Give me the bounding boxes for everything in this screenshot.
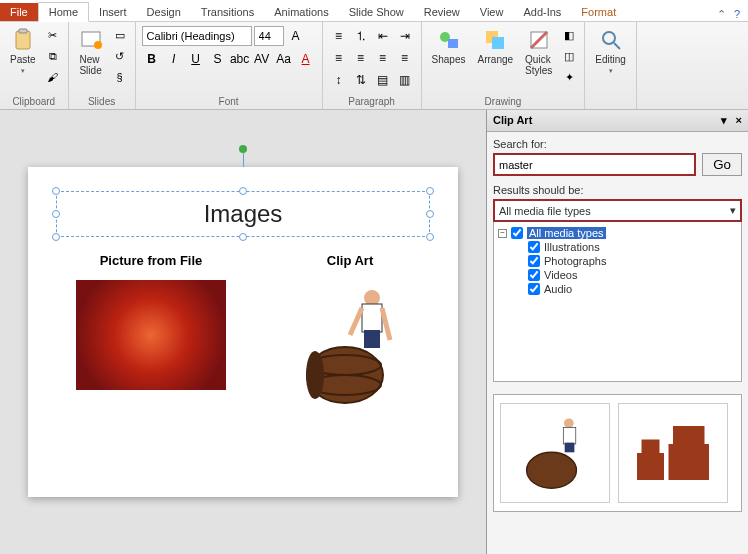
spacing-button[interactable]: AV bbox=[252, 49, 272, 69]
tree-checkbox[interactable] bbox=[528, 255, 540, 267]
italic-button[interactable]: I bbox=[164, 49, 184, 69]
title-placeholder[interactable]: Images bbox=[56, 191, 430, 237]
tree-item-illustrations[interactable]: Illustrations bbox=[528, 240, 737, 254]
clipart-pane: Clip Art ▾ × Search for: Go Results shou… bbox=[486, 110, 748, 554]
font-size-select[interactable] bbox=[254, 26, 284, 46]
tab-design[interactable]: Design bbox=[137, 3, 191, 21]
result-thumb-furniture[interactable] bbox=[618, 403, 728, 503]
editing-button[interactable]: Editing ▾ bbox=[591, 26, 630, 77]
tab-animations[interactable]: Animations bbox=[264, 3, 338, 21]
quick-styles-button[interactable]: Quick Styles bbox=[521, 26, 556, 78]
numbering-button[interactable]: ⒈ bbox=[351, 26, 371, 46]
svg-line-10 bbox=[614, 43, 620, 49]
section-button[interactable]: § bbox=[111, 68, 129, 86]
underline-button[interactable]: U bbox=[186, 49, 206, 69]
col2-heading: Clip Art bbox=[290, 253, 410, 268]
shape-effects-button[interactable]: ✦ bbox=[560, 68, 578, 86]
align-right-button[interactable]: ≡ bbox=[373, 48, 393, 68]
line-spacing-button[interactable]: ↕ bbox=[329, 70, 349, 90]
tab-addins[interactable]: Add-Ins bbox=[513, 3, 571, 21]
barrel-man-clipart[interactable] bbox=[290, 280, 410, 410]
text-direction-button[interactable]: ⇅ bbox=[351, 70, 371, 90]
results-type-select[interactable]: All media file types ▾ bbox=[493, 199, 742, 222]
indent-increase-button[interactable]: ⇥ bbox=[395, 26, 415, 46]
bullets-button[interactable]: ≡ bbox=[329, 26, 349, 46]
workspace: Images Picture from File Clip Art bbox=[0, 110, 748, 554]
paste-button[interactable]: Paste ▾ bbox=[6, 26, 40, 77]
tree-checkbox[interactable] bbox=[528, 241, 540, 253]
shape-outline-button[interactable]: ◫ bbox=[560, 47, 578, 65]
columns-button[interactable]: ▥ bbox=[395, 70, 415, 90]
svg-rect-7 bbox=[492, 37, 504, 49]
tree-root[interactable]: − All media types bbox=[498, 226, 737, 240]
close-icon[interactable]: × bbox=[736, 114, 742, 126]
tab-format[interactable]: Format bbox=[571, 3, 626, 21]
shapes-button[interactable]: Shapes bbox=[428, 26, 470, 67]
group-label-drawing: Drawing bbox=[428, 96, 579, 107]
result-thumb-barrel[interactable] bbox=[500, 403, 610, 503]
grow-font-button[interactable]: A bbox=[286, 26, 306, 46]
align-text-button[interactable]: ▤ bbox=[373, 70, 393, 90]
group-label-editing bbox=[591, 96, 630, 107]
new-slide-label: New Slide bbox=[79, 54, 101, 76]
tab-transitions[interactable]: Transitions bbox=[191, 3, 264, 21]
bold-button[interactable]: B bbox=[142, 49, 162, 69]
format-painter-button[interactable]: 🖌 bbox=[44, 68, 62, 86]
flower-image[interactable] bbox=[76, 280, 226, 390]
clipboard-icon bbox=[11, 28, 35, 52]
tree-item-audio[interactable]: Audio bbox=[528, 282, 737, 296]
tree-item-videos[interactable]: Videos bbox=[528, 268, 737, 282]
canvas-area[interactable]: Images Picture from File Clip Art bbox=[0, 110, 486, 554]
group-font: A B I U S abc AV Aa A Font bbox=[136, 22, 323, 109]
shape-fill-button[interactable]: ◧ bbox=[560, 26, 578, 44]
case-button[interactable]: Aa bbox=[274, 49, 294, 69]
indent-decrease-button[interactable]: ⇤ bbox=[373, 26, 393, 46]
minimize-ribbon-icon[interactable]: ⌃ bbox=[717, 8, 726, 21]
svg-rect-24 bbox=[563, 427, 575, 444]
tab-review[interactable]: Review bbox=[414, 3, 470, 21]
tree-checkbox[interactable] bbox=[528, 283, 540, 295]
resize-handle[interactable] bbox=[52, 187, 60, 195]
resize-handle[interactable] bbox=[426, 210, 434, 218]
resize-handle[interactable] bbox=[426, 233, 434, 241]
align-center-button[interactable]: ≡ bbox=[351, 48, 371, 68]
tab-view[interactable]: View bbox=[470, 3, 514, 21]
tab-file[interactable]: File bbox=[0, 3, 38, 21]
resize-handle[interactable] bbox=[52, 210, 60, 218]
brush-icon: 🖌 bbox=[47, 71, 58, 83]
tree-checkbox[interactable] bbox=[528, 269, 540, 281]
rotation-handle[interactable] bbox=[239, 145, 247, 153]
slide-title[interactable]: Images bbox=[65, 200, 421, 228]
copy-button[interactable]: ⧉ bbox=[44, 47, 62, 65]
help-icon[interactable]: ? bbox=[734, 8, 740, 21]
justify-button[interactable]: ≡ bbox=[395, 48, 415, 68]
col1-heading: Picture from File bbox=[76, 253, 226, 268]
search-input[interactable] bbox=[493, 153, 696, 176]
strike-button[interactable]: S bbox=[208, 49, 228, 69]
resize-handle[interactable] bbox=[426, 187, 434, 195]
reset-button[interactable]: ↺ bbox=[111, 47, 129, 65]
layout-button[interactable]: ▭ bbox=[111, 26, 129, 44]
tab-home[interactable]: Home bbox=[38, 2, 89, 22]
resize-handle[interactable] bbox=[239, 187, 247, 195]
pane-menu-icon[interactable]: ▾ bbox=[721, 114, 727, 126]
tab-insert[interactable]: Insert bbox=[89, 3, 137, 21]
ribbon-tabs: File Home Insert Design Transitions Anim… bbox=[0, 0, 748, 22]
font-name-select[interactable] bbox=[142, 26, 252, 46]
tree-item-photographs[interactable]: Photographs bbox=[528, 254, 737, 268]
collapse-icon[interactable]: − bbox=[498, 229, 507, 238]
shadow-button[interactable]: abc bbox=[230, 49, 250, 69]
font-color-button[interactable]: A bbox=[296, 49, 316, 69]
cut-button[interactable]: ✂ bbox=[44, 26, 62, 44]
go-button[interactable]: Go bbox=[702, 153, 742, 176]
slide[interactable]: Images Picture from File Clip Art bbox=[28, 167, 458, 497]
resize-handle[interactable] bbox=[52, 233, 60, 241]
resize-handle[interactable] bbox=[239, 233, 247, 241]
new-slide-button[interactable]: New Slide bbox=[75, 26, 107, 78]
paste-label: Paste bbox=[10, 54, 36, 65]
tree-checkbox[interactable] bbox=[511, 227, 523, 239]
align-left-button[interactable]: ≡ bbox=[329, 48, 349, 68]
tab-slideshow[interactable]: Slide Show bbox=[339, 3, 414, 21]
group-label-clipboard: Clipboard bbox=[6, 96, 62, 107]
arrange-button[interactable]: Arrange bbox=[474, 26, 518, 67]
